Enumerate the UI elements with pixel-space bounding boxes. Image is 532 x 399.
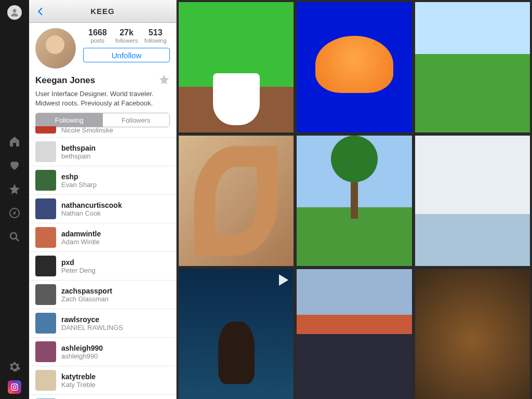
favorite-star-icon[interactable] — [158, 74, 170, 87]
user-avatar — [35, 370, 56, 391]
user-row[interactable]: ashleigh990ashleigh990 — [29, 338, 176, 366]
following-list: Nicole SmolinskebethspainbethspaineshpEv… — [29, 126, 176, 399]
instagram-icon[interactable] — [8, 380, 21, 394]
photo-tile[interactable] — [297, 2, 411, 132]
stat-value: 513 — [141, 28, 170, 37]
stat-label: followers — [112, 37, 141, 44]
user-avatar — [35, 256, 56, 276]
svg-point-4 — [13, 385, 16, 388]
stat-value: 27k — [112, 28, 141, 37]
stat-posts[interactable]: 1668posts — [83, 28, 112, 44]
photo-tile[interactable] — [415, 2, 530, 132]
user-avatar — [35, 170, 56, 191]
display-name: DANIEL RAWLINGS — [61, 324, 123, 331]
username: katytreble — [61, 373, 96, 381]
user-row[interactable]: sallylindall — [29, 395, 176, 399]
star-icon[interactable] — [4, 179, 25, 200]
nav-rail — [0, 0, 29, 399]
user-row[interactable]: eshpEvan Sharp — [29, 166, 176, 195]
profile-sidebar: KEEG 1668posts27kfollowers513following U… — [29, 0, 177, 399]
display-name: Nicole Smolinske — [61, 127, 113, 134]
display-name: Peter Deng — [61, 267, 96, 274]
photo-grid — [177, 0, 532, 399]
photo-tile[interactable] — [179, 269, 294, 399]
display-name: Evan Sharp — [61, 181, 97, 189]
photo-tile[interactable] — [179, 2, 294, 132]
display-name: Adam Wintle — [61, 238, 101, 246]
back-button[interactable] — [29, 0, 52, 23]
stat-label: following — [141, 37, 170, 44]
stat-following[interactable]: 513following — [141, 28, 170, 44]
settings-icon[interactable] — [4, 356, 25, 377]
user-row[interactable]: pxdPeter Deng — [29, 252, 176, 281]
username: rawlsroyce — [61, 315, 123, 324]
user-avatar — [35, 341, 56, 362]
username: bethspain — [61, 144, 96, 152]
search-icon[interactable] — [4, 227, 25, 247]
username: pxd — [61, 258, 96, 267]
stat-label: posts — [83, 37, 112, 44]
account-avatar[interactable] — [7, 5, 22, 20]
stat-followers[interactable]: 27kfollowers — [112, 28, 141, 44]
user-avatar — [35, 227, 56, 248]
svg-point-5 — [16, 385, 17, 386]
display-name: Katy Treble — [61, 381, 96, 389]
photo-tile[interactable] — [297, 269, 411, 399]
topbar: KEEG — [29, 0, 176, 23]
unfollow-button[interactable]: Unfollow — [83, 48, 170, 62]
user-row[interactable]: bethspainbethspain — [29, 138, 176, 166]
user-row[interactable]: katytrebleKaty Treble — [29, 366, 176, 395]
follow-segmented-control: Following Followers — [35, 113, 170, 127]
home-icon[interactable] — [4, 131, 25, 152]
username: zachspassport — [61, 287, 112, 295]
username: nathancurtiscook — [61, 201, 122, 209]
user-row[interactable]: adamwintleAdam Wintle — [29, 223, 176, 252]
photo-tile[interactable] — [297, 136, 411, 266]
display-name: bethspain — [61, 152, 96, 160]
username: eshp — [61, 172, 97, 181]
compass-icon[interactable] — [4, 203, 25, 223]
photo-tile[interactable] — [179, 136, 294, 266]
tab-followers[interactable]: Followers — [103, 113, 170, 127]
user-avatar — [35, 313, 56, 334]
svg-point-2 — [10, 233, 17, 239]
profile-avatar[interactable] — [35, 28, 76, 69]
photo-tile[interactable] — [415, 136, 530, 266]
user-avatar — [35, 198, 56, 219]
user-row[interactable]: nathancurtiscookNathan Cook — [29, 195, 176, 223]
display-name: Zach Glassman — [61, 295, 112, 303]
tab-following[interactable]: Following — [36, 113, 103, 127]
user-row[interactable]: Nicole Smolinske — [29, 126, 176, 138]
username: ashleigh990 — [61, 344, 103, 352]
display-name: Nathan Cook — [61, 209, 122, 217]
user-avatar — [35, 126, 56, 134]
heart-icon[interactable] — [4, 155, 25, 176]
svg-point-0 — [13, 9, 17, 12]
profile-name: Keegan Jones — [35, 75, 158, 86]
user-row[interactable]: zachspassportZach Glassman — [29, 281, 176, 309]
profile-bio: User Interface Designer. World traveler.… — [29, 88, 176, 113]
username: adamwintle — [61, 230, 101, 238]
display-name: ashleigh990 — [61, 352, 103, 360]
user-avatar — [35, 284, 56, 305]
stat-value: 1668 — [83, 28, 112, 37]
user-row[interactable]: rawlsroyceDANIEL RAWLINGS — [29, 309, 176, 338]
photo-tile[interactable] — [415, 269, 530, 399]
play-icon — [279, 274, 288, 286]
user-avatar — [35, 141, 56, 162]
